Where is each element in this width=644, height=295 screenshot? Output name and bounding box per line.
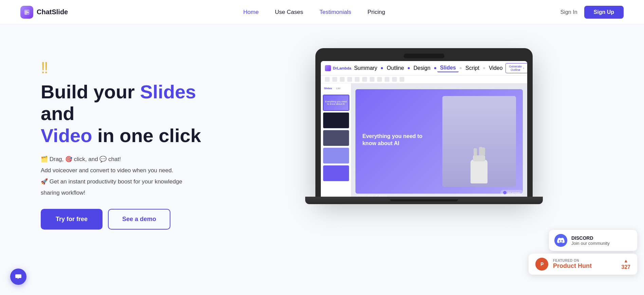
toolbar-icon-6 (362, 77, 367, 82)
app-sidebar: Slides List Everything you need to know … (321, 83, 351, 197)
step-design: Design (411, 64, 433, 72)
thumb-5-content (323, 165, 349, 181)
step-script: Script (463, 64, 482, 72)
svg-rect-2 (25, 12, 29, 13)
slide-text-area: Everything you need to know about AI (362, 133, 431, 150)
slide-thumb-4[interactable] (323, 148, 349, 164)
laptop-body: DrLambda Summary Outline Design Slides S… (315, 48, 533, 197)
app-body: Slides List Everything you need to know … (321, 83, 527, 197)
nav-link-usecases[interactable]: Use Cases (275, 9, 303, 15)
discord-icon (554, 234, 567, 247)
thumb-3-content (323, 130, 349, 146)
product-hunt-widget[interactable]: FEATURED ON Product Hunt ▲ 327 (529, 254, 637, 275)
nav-item-home[interactable]: Home (243, 9, 258, 16)
slide-brand: DrLambda (500, 190, 522, 194)
nav-link-testimonials[interactable]: Testimonials (319, 9, 351, 15)
see-demo-button[interactable]: See a demo (108, 209, 170, 230)
laptop-screen: DrLambda Summary Outline Design Slides S… (321, 61, 527, 197)
svg-rect-1 (25, 11, 27, 12)
step-outline: Outline (384, 64, 407, 72)
toolbar-icon-4 (347, 77, 352, 82)
thumb-1-content: Everything you need to know about AI (324, 95, 349, 110)
sidebar-tab-list[interactable]: List (335, 86, 342, 91)
hero-desc-line4: sharing workflow! (41, 188, 231, 198)
vote-count: 327 (621, 264, 630, 270)
product-hunt-name: Product Hunt (553, 262, 617, 270)
nav-link-pricing[interactable]: Pricing (368, 9, 385, 15)
nav-right: Sign In Sign Up (560, 6, 624, 19)
step-dot-4 (460, 67, 462, 69)
gen-outline-arrow: › (523, 66, 524, 70)
hero-title-plain: Build your (41, 81, 140, 102)
thumb-2-content (323, 113, 349, 128)
step-dot-5 (483, 67, 485, 69)
notch-bar (404, 54, 444, 58)
step-dot-2 (408, 67, 410, 69)
upvote-arrow-icon: ▲ (624, 258, 628, 263)
app-toolbar (321, 76, 527, 83)
toolbar-icon-1 (325, 77, 330, 82)
hero-desc-line2: Add voiceover and convert to video when … (41, 166, 231, 176)
app-logo-text: DrLambda (333, 66, 351, 70)
product-hunt-text: FEATURED ON Product Hunt (553, 259, 617, 270)
app-logo-icon (325, 65, 331, 71)
toolbar-icon-10 (392, 77, 397, 82)
slide-thumb-1[interactable]: Everything you need to know about AI (323, 95, 349, 111)
laptop-mockup: DrLambda Summary Outline Design Slides S… (315, 48, 533, 204)
hero-title-video: Video (41, 125, 92, 146)
svg-rect-3 (25, 14, 27, 14)
nav-item-testimonials[interactable]: Testimonials (319, 9, 351, 16)
slide-title: Everything you need to know about AI (362, 133, 431, 147)
hero-desc-line3: 🚀 Get an instant productivity boost for … (41, 177, 231, 187)
app-main-content: Everything you need to know about AI (351, 83, 527, 197)
sign-up-button[interactable]: Sign Up (584, 6, 624, 19)
hero-desc-line1: 🗂️ Drag, 🎯 click, and 💬 chat! (41, 155, 231, 164)
thumb-4-content (323, 148, 349, 163)
product-hunt-votes: ▲ 327 (621, 258, 630, 270)
nav-links: Home Use Cases Testimonials Pricing (243, 9, 385, 16)
discord-widget[interactable]: DISCORD Join our community (549, 230, 637, 251)
hero-content: !! Build your Slides and Video in one cl… (41, 45, 231, 230)
toolbar-icon-7 (370, 77, 374, 82)
app-navbar: DrLambda Summary Outline Design Slides S… (321, 61, 527, 76)
hero-decoration-icon: !! (41, 58, 231, 77)
slide-thumb-3[interactable] (323, 130, 349, 146)
toolbar-icon-8 (377, 77, 382, 82)
logo-icon (20, 6, 33, 19)
nav-link-home[interactable]: Home (243, 9, 258, 15)
toolbar-icon-3 (340, 77, 345, 82)
product-hunt-logo (535, 258, 548, 271)
step-summary: Summary (351, 64, 380, 72)
laptop-base (305, 197, 543, 204)
product-hunt-featured-label: FEATURED ON (553, 259, 617, 262)
toolbar-icon-2 (332, 77, 337, 82)
sidebar-tab-slides[interactable]: Slides (323, 86, 334, 91)
laptop-hinge (390, 199, 458, 201)
slide-image-area (442, 96, 516, 187)
logo[interactable]: ChatSlide (20, 6, 68, 19)
nav-item-usecases[interactable]: Use Cases (275, 9, 303, 16)
step-progress: Summary Outline Design Slides Script Vid… (351, 64, 505, 72)
navbar: ChatSlide Home Use Cases Testimonials Pr… (0, 0, 644, 24)
brand-label: DrLambda (508, 191, 520, 194)
discord-subtitle: Join our community (571, 241, 610, 246)
laptop-notch (321, 54, 527, 58)
slide-thumb-2[interactable] (323, 112, 349, 129)
hero-buttons: Try for free See a demo (41, 209, 231, 230)
generate-outline-button[interactable]: Generate Outline › (505, 63, 527, 73)
slide-thumb-5[interactable] (323, 165, 349, 181)
nav-item-pricing[interactable]: Pricing (368, 9, 385, 16)
app-logo: DrLambda (325, 65, 351, 71)
step-dot-1 (381, 67, 383, 69)
logo-text: ChatSlide (37, 8, 68, 16)
hero-description: 🗂️ Drag, 🎯 click, and 💬 chat! Add voiceo… (41, 155, 231, 198)
toolbar-icon-5 (355, 77, 360, 82)
sidebar-tabs: Slides List (323, 86, 349, 91)
discord-text: DISCORD Join our community (571, 235, 610, 246)
chat-button[interactable] (10, 269, 26, 285)
step-video: Video (486, 64, 505, 72)
try-for-free-button[interactable]: Try for free (41, 209, 103, 230)
hero-title-end: in one click (92, 125, 201, 146)
brand-dot (503, 191, 507, 194)
sign-in-button[interactable]: Sign In (560, 9, 577, 15)
